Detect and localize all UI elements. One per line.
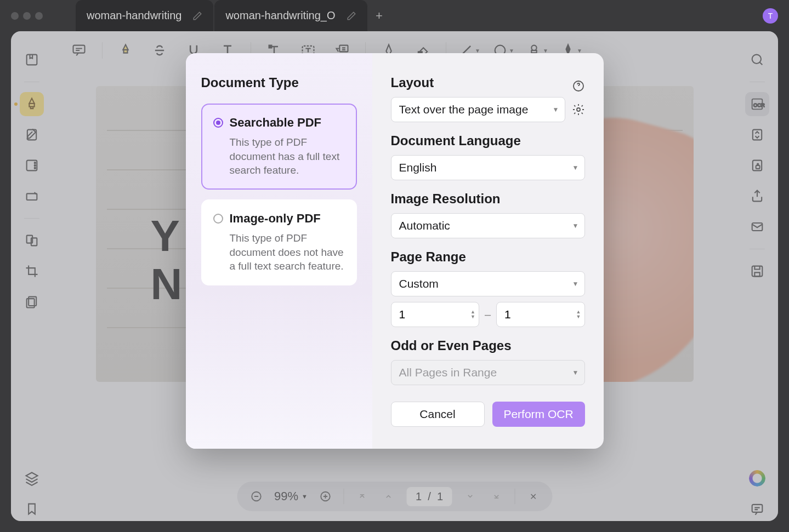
option-title: Searchable PDF — [230, 116, 322, 130]
user-avatar[interactable]: T — [763, 8, 778, 24]
range-from-input[interactable]: 1▲▼ — [391, 302, 479, 327]
language-select[interactable]: English▼ — [391, 155, 585, 180]
oddeven-label: Odd or Even Pages — [391, 338, 585, 353]
title-bar: woman-handwriting woman-handwriting_O + … — [0, 0, 789, 31]
avatar-letter: T — [768, 12, 773, 20]
layout-label: Layout — [391, 75, 434, 90]
cancel-button[interactable]: Cancel — [391, 402, 485, 427]
resolution-label: Image Resolution — [391, 191, 585, 207]
gear-icon[interactable] — [572, 103, 585, 116]
option-description: This type of PDF document does not have … — [213, 231, 345, 273]
radio-icon — [213, 118, 223, 128]
pencil-icon — [192, 11, 202, 21]
resolution-select[interactable]: Automatic▼ — [391, 213, 585, 238]
radio-icon — [213, 214, 223, 224]
option-description: This type of PDF document has a full tex… — [213, 135, 345, 178]
perform-ocr-button[interactable]: Perform OCR — [492, 402, 585, 427]
tab-label: woman-handwriting_O — [225, 9, 335, 22]
option-image-only-pdf[interactable]: Image-only PDF This type of PDF document… — [201, 199, 357, 285]
fullscreen-window-button[interactable] — [35, 12, 43, 20]
oddeven-select[interactable]: All Pages in Range▼ — [391, 360, 585, 385]
minimize-window-button[interactable] — [23, 12, 31, 20]
stepper-icon[interactable]: ▲▼ — [576, 310, 581, 319]
doctype-heading: Document Type — [201, 75, 357, 90]
svg-point-29 — [577, 108, 580, 111]
modal-overlay: Document Type Searchable PDF This type o… — [11, 31, 778, 521]
language-label: Document Language — [391, 133, 585, 148]
ocr-modal: Document Type Searchable PDF This type o… — [186, 53, 604, 449]
option-title: Image-only PDF — [230, 211, 321, 226]
tab-label: woman-handwriting — [87, 9, 181, 22]
range-to-input[interactable]: 1▲▼ — [496, 302, 584, 327]
close-window-button[interactable] — [11, 12, 19, 20]
tab-1[interactable]: woman-handwriting — [76, 0, 213, 31]
layout-select[interactable]: Text over the page image▼ — [391, 97, 565, 122]
range-select[interactable]: Custom▼ — [391, 271, 585, 296]
add-tab-button[interactable]: + — [368, 0, 390, 31]
pencil-icon — [347, 11, 356, 21]
stepper-icon[interactable]: ▲▼ — [470, 310, 475, 319]
tab-2[interactable]: woman-handwriting_O — [214, 0, 367, 31]
range-label: Page Range — [391, 249, 585, 265]
help-icon[interactable] — [572, 79, 585, 93]
range-dash: – — [485, 308, 491, 321]
option-searchable-pdf[interactable]: Searchable PDF This type of PDF document… — [201, 104, 357, 190]
